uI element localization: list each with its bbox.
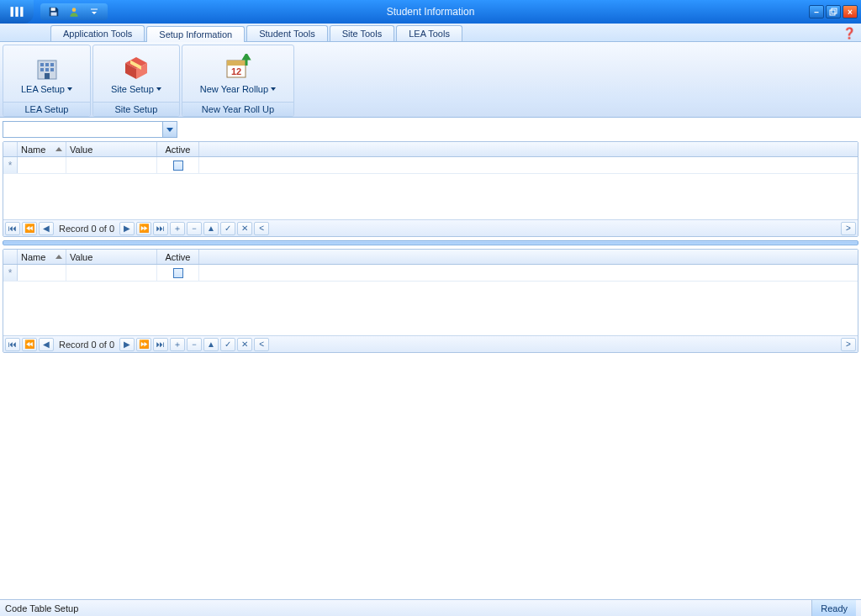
svg-rect-3 [51,8,55,11]
nav-scroll-right-button[interactable]: > [841,338,856,351]
app-logo-icon [8,3,25,20]
nav-prev-button[interactable]: ◀ [39,222,54,235]
ribbon-group-new-year-rollup: 12 New Year Rollup New Year Roll Up [182,45,294,117]
nav-prev-button[interactable]: ◀ [39,338,54,351]
combobox-dropdown-button[interactable] [162,122,177,137]
svg-text:12: 12 [231,66,241,76]
tab-application-tools[interactable]: Application Tools [50,25,145,41]
tab-student-tools[interactable]: Student Tools [246,25,327,41]
app-menu-button[interactable] [0,0,34,24]
checkbox-icon[interactable] [173,268,183,278]
lea-setup-label: LEA Setup [21,84,65,94]
minimize-button[interactable]: – [809,5,824,18]
svg-rect-1 [15,7,18,17]
nav-remove-button[interactable]: － [187,222,202,235]
nav-next-button[interactable]: ▶ [119,338,135,351]
new-row[interactable]: * [3,265,858,282]
nav-edit-button[interactable]: ▲ [203,222,219,235]
nav-remove-button[interactable]: － [187,338,202,351]
svg-rect-16 [45,73,50,79]
nav-prev-page-button[interactable]: ⏪ [22,338,37,351]
tab-site-tools[interactable]: Site Tools [330,25,395,41]
nav-first-button[interactable]: ⏮ [5,338,20,351]
ribbon-group-site-setup: Site Setup Site Setup [92,45,180,117]
nav-add-button[interactable]: ＋ [170,222,185,235]
window-title: Student Information [387,6,475,18]
nav-first-button[interactable]: ⏮ [5,222,20,235]
row-indicator-header [3,142,18,156]
nav-next-page-button[interactable]: ⏩ [136,222,151,235]
nav-last-button[interactable]: ⏭ [153,338,168,351]
cell-value[interactable] [66,157,157,173]
ribbon-caption-site-setup: Site Setup [93,102,179,116]
lea-setup-button[interactable]: LEA Setup [15,51,78,97]
ribbon-caption-lea-setup: LEA Setup [3,102,90,116]
new-row[interactable]: * [3,157,858,174]
restore-button[interactable] [826,5,841,18]
svg-point-5 [72,8,77,12]
site-setup-button[interactable]: Site Setup [105,51,167,97]
svg-rect-4 [51,13,57,16]
row-indicator-header [3,250,18,264]
tab-lea-tools[interactable]: LEA Tools [396,25,462,41]
nav-commit-button[interactable]: ✓ [220,338,235,351]
nav-add-button[interactable]: ＋ [170,338,185,351]
col-active[interactable]: Active [157,250,199,264]
grid-header: Name Value Active [3,250,858,265]
nav-cancel-button[interactable]: ✕ [237,338,252,351]
nav-next-page-button[interactable]: ⏩ [136,338,151,351]
lookup-combobox[interactable] [3,121,177,138]
package-icon [122,54,151,82]
nav-cancel-button[interactable]: ✕ [237,222,252,235]
nav-next-button[interactable]: ▶ [119,222,135,235]
ribbon-tabstrip: Application Tools Setup Information Stud… [0,24,861,42]
new-year-rollup-button[interactable]: 12 New Year Rollup [194,51,282,97]
cell-name[interactable] [18,265,66,281]
svg-rect-13 [40,68,44,71]
svg-rect-12 [50,63,54,66]
sort-asc-icon [55,255,62,259]
chevron-down-icon [67,87,72,91]
col-value[interactable]: Value [66,250,157,264]
svg-rect-11 [45,63,49,66]
status-ready-label: Ready [811,600,856,616]
svg-rect-8 [832,8,837,13]
cell-value[interactable] [66,265,157,281]
svg-rect-7 [830,10,835,15]
user-icon[interactable] [67,5,81,18]
grid-navigator: ⏮ ⏪ ◀ Record 0 of 0 ▶ ⏩ ⏭ ＋ － ▲ ✓ ✕ < > [3,219,858,236]
svg-rect-0 [11,7,13,17]
top-grid: Name Value Active * ⏮ ⏪ ◀ Reco [3,141,858,237]
cell-name[interactable] [18,157,66,173]
calendar-rollup-icon: 12 [224,54,252,82]
col-name[interactable]: Name [18,142,66,156]
col-name[interactable]: Name [18,250,66,264]
nav-scroll-right-button[interactable]: > [841,222,856,235]
help-icon[interactable]: ❓ [843,26,856,39]
nav-last-button[interactable]: ⏭ [153,222,168,235]
nav-record-label: Record 0 of 0 [55,340,118,350]
cell-active[interactable] [157,157,199,173]
nav-edit-button[interactable]: ▲ [203,338,219,351]
new-row-indicator: * [3,265,18,281]
qat-dropdown-icon[interactable] [87,5,101,18]
building-icon [33,54,61,82]
tab-setup-information[interactable]: Setup Information [146,26,245,42]
col-active[interactable]: Active [157,142,199,156]
title-bar: Student Information – × [0,0,861,24]
splitter-bar[interactable] [3,240,858,245]
nav-scroll-left-button[interactable]: < [254,222,269,235]
chevron-down-icon [166,128,173,132]
svg-rect-2 [20,7,23,17]
close-button[interactable]: × [843,5,858,18]
quick-access-toolbar [40,3,108,20]
col-value[interactable]: Value [66,142,157,156]
col-spacer [199,142,858,156]
window-buttons: – × [809,5,858,18]
nav-commit-button[interactable]: ✓ [220,222,235,235]
cell-active[interactable] [157,265,199,281]
nav-scroll-left-button[interactable]: < [254,338,269,351]
save-icon[interactable] [47,5,61,18]
nav-prev-page-button[interactable]: ⏪ [22,222,37,235]
checkbox-icon[interactable] [173,161,183,171]
